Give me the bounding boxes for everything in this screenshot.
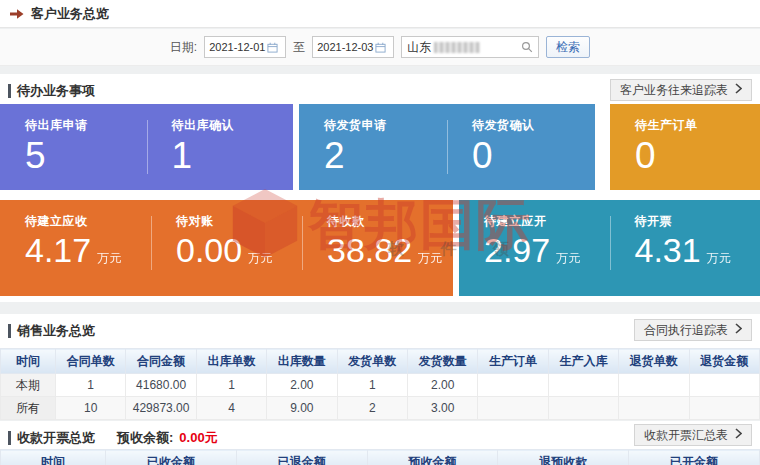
stat-value: 5 (25, 135, 46, 178)
date-range-separator: 至 (293, 39, 305, 56)
stat-value: 38.82 (327, 231, 412, 270)
receipt-summary-report-button[interactable]: 收款开票汇总表 (634, 424, 752, 446)
calendar-icon[interactable] (267, 42, 278, 53)
column-header: 时间 (1, 450, 106, 465)
row-header: 本期 (1, 374, 56, 397)
stat-value: 0 (635, 135, 656, 178)
stat-value: 1 (172, 135, 193, 178)
page-title: 客户业务总览 (31, 5, 109, 23)
stat-card-outbound: 待出库申请 5 待出库确认 1 (0, 104, 293, 190)
arrow-right-icon (10, 8, 24, 20)
stat-label: 待对账 (176, 213, 302, 230)
section-header: 销售业务总览 合同执行追踪表 (0, 314, 760, 342)
chevron-right-icon (735, 83, 742, 97)
stat-receivable-setup[interactable]: 待建立应收 4.17万元 (0, 200, 151, 296)
table-cell (689, 374, 759, 397)
chevron-right-icon (735, 323, 742, 337)
stat-outbound-request[interactable]: 待出库申请 5 (0, 104, 147, 190)
section-pending-items: 待办业务事项 客户业务往来追踪表 待出库申请 5 待出库确认 1 待发货申请 (0, 74, 760, 302)
table-row-current: 本期 1 41680.00 1 2.00 1 2.00 (1, 374, 760, 397)
column-header: 已开金额 (629, 450, 760, 465)
stat-unit: 万元 (707, 252, 731, 266)
redacted-text (434, 42, 480, 53)
table-cell (619, 397, 689, 420)
stat-unit: 万元 (248, 252, 272, 266)
date-label: 日期: (170, 39, 197, 56)
stat-card-production: 待生产订单 0 (610, 104, 760, 190)
column-header: 已收金额 (106, 450, 237, 465)
stat-value: 2.97 (484, 231, 550, 270)
title-accent-bar (8, 84, 11, 98)
customer-tracking-report-button[interactable]: 客户业务往来追踪表 (610, 79, 752, 101)
table-cell: 41680.00 (126, 374, 196, 397)
contract-tracking-report-button[interactable]: 合同执行追踪表 (634, 319, 752, 341)
stat-label: 待开票 (635, 213, 760, 230)
stat-value: 0.00 (176, 231, 242, 270)
table-cell: 2.00 (267, 374, 337, 397)
search-icon[interactable] (521, 41, 533, 53)
stat-value: 2 (324, 135, 345, 178)
column-header: 退货单数 (619, 349, 689, 374)
table-cell: 2 (337, 397, 407, 420)
column-header: 出库单数 (196, 349, 266, 374)
stat-production-order[interactable]: 待生产订单 0 (610, 104, 760, 190)
column-header: 合同单数 (56, 349, 126, 374)
table-cell: 1 (196, 374, 266, 397)
date-from-field[interactable] (204, 36, 286, 58)
section-header: 待办业务事项 客户业务往来追踪表 (0, 74, 760, 102)
calendar-icon[interactable] (375, 42, 386, 53)
stat-card-shipping: 待发货申请 2 待发货确认 0 (299, 104, 595, 190)
stat-unit: 万元 (97, 252, 121, 266)
receipt-table: 时间 已收金额 已退金额 预收金额 退预收款 已开金额 (0, 449, 760, 465)
table-cell: 3.00 (407, 397, 477, 420)
column-header: 合同金额 (126, 349, 196, 374)
page-header: 客户业务总览 (0, 0, 760, 28)
column-header: 出库数量 (267, 349, 337, 374)
column-header: 发货数量 (407, 349, 477, 374)
stat-ship-request[interactable]: 待发货申请 2 (299, 104, 447, 190)
prepaid-balance-label: 预收余额: (117, 429, 173, 447)
date-to-field[interactable] (312, 36, 394, 58)
stat-label: 待建立应收 (25, 213, 151, 230)
stat-label: 待发货确认 (472, 117, 595, 134)
stat-collection[interactable]: 待收款 38.82万元 (302, 200, 453, 296)
stat-outbound-confirm[interactable]: 待出库确认 1 (147, 104, 294, 190)
stat-label: 待收款 (327, 213, 453, 230)
stat-invoicing[interactable]: 待开票 4.31万元 (610, 200, 760, 296)
table-cell: 2.00 (407, 374, 477, 397)
column-header: 生产入库 (548, 349, 618, 374)
stat-invoice-setup[interactable]: 待建立应开 2.97万元 (459, 200, 610, 296)
stat-value: 4.31 (635, 231, 701, 270)
stat-card-receivable: 待建立应收 4.17万元 待对账 0.00万元 待收款 38.82万元 (0, 200, 453, 296)
table-cell (548, 374, 618, 397)
dashboard-screen: 客户业务总览 日期: 至 山东 检索 (0, 0, 760, 465)
stat-label: 待发货申请 (324, 117, 447, 134)
stat-value: 4.17 (25, 231, 91, 270)
table-cell: 10 (56, 397, 126, 420)
table-cell (478, 374, 548, 397)
table-cell: 4 (196, 397, 266, 420)
stat-ship-confirm[interactable]: 待发货确认 0 (447, 104, 595, 190)
column-header: 退货金额 (689, 349, 759, 374)
column-header: 预收金额 (367, 450, 498, 465)
column-header: 已退金额 (236, 450, 367, 465)
stat-value: 0 (472, 135, 493, 178)
date-from-input[interactable] (205, 41, 267, 53)
stat-label: 待出库确认 (172, 117, 294, 134)
filter-bar: 日期: 至 山东 检索 (0, 29, 760, 66)
stat-unit: 万元 (418, 252, 442, 266)
title-accent-bar (8, 324, 11, 338)
title-accent-bar (8, 431, 11, 445)
table-cell: 429873.00 (126, 397, 196, 420)
search-button[interactable]: 检索 (546, 36, 590, 58)
stat-reconciliation[interactable]: 待对账 0.00万元 (151, 200, 302, 296)
section-sales-overview: 销售业务总览 合同执行追踪表 时间 合同单数 合同金额 出库单数 出库数量 发货… (0, 314, 760, 417)
column-header: 时间 (1, 349, 56, 374)
customer-search-input[interactable]: 山东 (401, 36, 539, 58)
date-to-input[interactable] (313, 41, 375, 53)
customer-search-value: 山东 (407, 39, 431, 56)
row-header: 所有 (1, 397, 56, 420)
table-cell (548, 397, 618, 420)
prepaid-balance-value: 0.00元 (179, 429, 217, 447)
table-header-row: 时间 已收金额 已退金额 预收金额 退预收款 已开金额 (1, 450, 760, 465)
